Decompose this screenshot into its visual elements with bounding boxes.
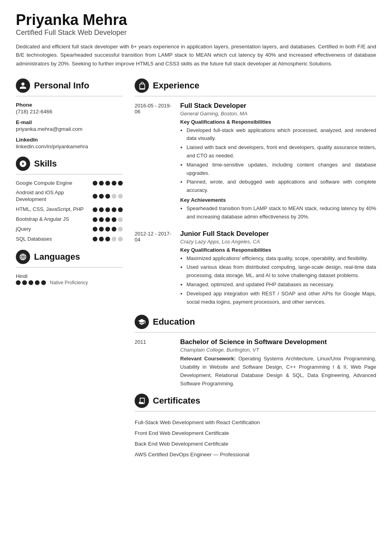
experience-company: General Gaming, Boston, MA xyxy=(180,111,376,117)
experience-company: Crazy Lazy Apps, Los Angeles, CA xyxy=(180,239,376,245)
skill-row: SQL Databases xyxy=(16,236,123,243)
dot-filled xyxy=(105,194,110,199)
personal-info-header: Personal Info xyxy=(16,78,123,93)
skill-row: Google Compute Engine xyxy=(16,180,123,187)
education-coursework-label: Relevant Coursework: xyxy=(180,356,238,362)
resume-header: Priyanka Mehra Certified Full Stack Web … xyxy=(16,12,376,68)
personal-info-divider xyxy=(16,96,123,96)
left-column: Personal Info Phone (718) 212-6466 E-mai… xyxy=(16,77,123,287)
certificate-item: Full-Stack Web Development with React Ce… xyxy=(135,417,376,428)
personal-info-title: Personal Info xyxy=(34,80,89,91)
dot-filled xyxy=(99,194,104,199)
language-row: HindiNative Proficiency xyxy=(16,273,123,285)
experience-qual-title: Key Qualifications & Responsibilities xyxy=(180,119,376,125)
candidate-title: Certified Full Stack Web Developer xyxy=(16,29,376,37)
dot-empty xyxy=(118,237,123,241)
experience-qual-item: Developed full-stack web applications wh… xyxy=(186,126,376,143)
experience-entry: 2012-12 - 2017-04Junior Full Stack Devel… xyxy=(135,230,376,307)
education-header: Education xyxy=(135,315,376,329)
experience-qual-item: Maximized applications' efficiency, data… xyxy=(186,255,376,263)
skills-title: Skills xyxy=(34,159,57,169)
email-value: priyanka.mehra@gmail.com xyxy=(16,126,123,132)
skill-name: HTML, CSS, JavaScript, PHP xyxy=(16,206,93,213)
education-school: Champlain College, Burlington, VT xyxy=(180,347,376,353)
experience-dates: 2012-12 - 2017-04 xyxy=(135,230,172,307)
education-section: Education 2011Bachelor of Science in Sof… xyxy=(135,315,376,388)
education-degree: Bachelor of Science in Software Developm… xyxy=(180,338,376,346)
languages-title: Languages xyxy=(34,252,80,262)
dot-empty xyxy=(118,227,123,232)
skills-header: Skills xyxy=(16,157,123,171)
certificate-item: Back End Web Development Certificate xyxy=(135,438,376,449)
dot-filled xyxy=(22,280,27,285)
skill-row: Bootstrap & Angular JS xyxy=(16,216,123,223)
dot-filled xyxy=(93,227,97,232)
skill-dots xyxy=(93,227,123,232)
certificates-list: Full-Stack Web Development with React Ce… xyxy=(135,417,376,460)
candidate-name: Priyanka Mehra xyxy=(16,12,376,29)
experience-qual-title: Key Qualifications & Responsibilities xyxy=(180,247,376,253)
languages-divider xyxy=(16,267,123,268)
experience-qual-list: Maximized applications' efficiency, data… xyxy=(180,255,376,306)
skill-dots xyxy=(93,237,123,241)
experience-achievements-list: Spearheaded transition from LAMP stack t… xyxy=(180,205,376,221)
dot-empty xyxy=(118,217,123,222)
skill-name: SQL Databases xyxy=(16,236,93,243)
certificates-divider xyxy=(135,411,376,411)
experience-header: Experience xyxy=(135,78,376,93)
experience-section: Experience 2016-05 - 2019-06Full Stack D… xyxy=(135,78,376,307)
dot-filled xyxy=(35,280,40,285)
skill-dots xyxy=(93,207,123,212)
skill-name: Bootstrap & Angular JS xyxy=(16,216,93,223)
dot-filled xyxy=(93,207,97,212)
phone-value: (718) 212-6466 xyxy=(16,109,123,115)
dot-filled xyxy=(93,217,97,222)
skill-name: Android and iOS App Development xyxy=(16,189,93,203)
experience-achievements-title: Key Achievements xyxy=(180,197,376,203)
dot-filled xyxy=(29,280,33,285)
dot-filled xyxy=(99,207,104,212)
languages-list: HindiNative Proficiency xyxy=(16,273,123,285)
experience-qual-item: Used various ideas from distributed comp… xyxy=(186,263,376,280)
linkedin-label: LinkedIn xyxy=(16,137,123,143)
phone-label: Phone xyxy=(16,102,123,108)
experience-dates: 2016-05 - 2019-06 xyxy=(135,102,172,222)
experience-job-title: Full Stack Developer xyxy=(180,102,376,110)
dot-filled xyxy=(112,207,116,212)
dot-filled xyxy=(118,181,123,186)
dot-filled xyxy=(105,227,110,232)
dot-empty xyxy=(118,194,123,199)
skill-dots xyxy=(93,181,123,186)
personal-info-section: Personal Info Phone (718) 212-6466 E-mai… xyxy=(16,78,123,149)
dot-filled xyxy=(105,237,110,241)
dot-filled xyxy=(99,237,104,241)
certificate-item: Front End Web Development Certificate xyxy=(135,428,376,438)
certificates-section: Certificates Full-Stack Web Development … xyxy=(135,394,376,460)
experience-qual-item: Developed app integration with REST / SO… xyxy=(186,290,376,306)
education-coursework: Relevant Coursework: Operating Systems A… xyxy=(180,355,376,388)
skill-row: Android and iOS App Development xyxy=(16,189,123,203)
linkedin-value: linkedin.com/in/priyankamehra xyxy=(16,144,123,149)
experience-achievement-item: Spearheaded transition from LAMP stack t… xyxy=(186,205,376,221)
email-label: E-mail xyxy=(16,119,123,125)
dot-filled xyxy=(99,227,104,232)
experience-divider xyxy=(135,96,376,96)
certificate-item: AWS Certified DevOps Engineer — Professi… xyxy=(135,449,376,460)
dot-filled xyxy=(112,227,116,232)
right-column: Experience 2016-05 - 2019-06Full Stack D… xyxy=(135,77,376,460)
candidate-summary: Dedicated and efficient full stack devel… xyxy=(16,42,376,68)
language-dots xyxy=(16,280,46,285)
skill-name: Google Compute Engine xyxy=(16,180,93,187)
skill-row: HTML, CSS, JavaScript, PHP xyxy=(16,206,123,213)
experience-qual-item: Managed, optimized, and updated PHP data… xyxy=(186,281,376,289)
skills-section: Skills Google Compute EngineAndroid and … xyxy=(16,157,123,243)
education-entry: 2011Bachelor of Science in Software Deve… xyxy=(135,338,376,388)
dot-filled xyxy=(112,181,116,186)
education-icon xyxy=(135,315,149,329)
skill-dots xyxy=(93,194,123,199)
experience-title: Experience xyxy=(153,80,199,91)
skills-icon xyxy=(16,157,30,171)
dot-filled xyxy=(99,181,104,186)
experience-qual-item: Planned, wrote, and debugged web applica… xyxy=(186,178,376,195)
certificates-title: Certificates xyxy=(153,396,200,406)
